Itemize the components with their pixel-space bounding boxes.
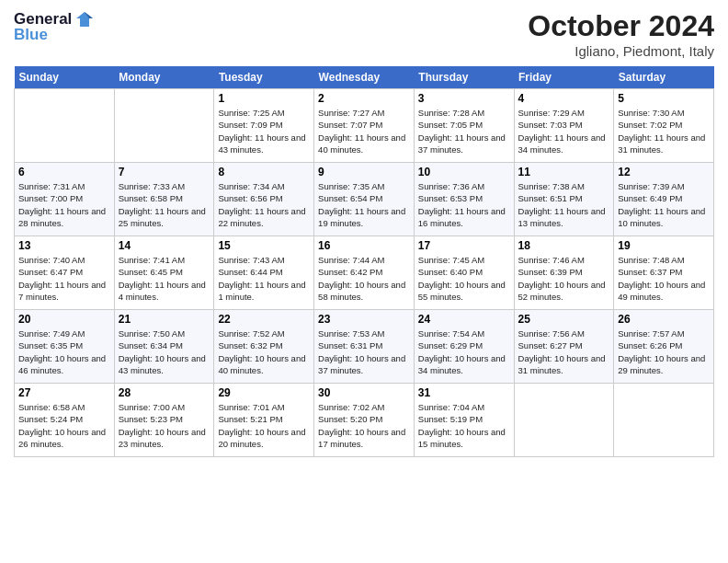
sunrise-text: Sunrise: 7:56 AM — [518, 328, 585, 339]
sunset-text: Sunset: 7:09 PM — [218, 120, 282, 130]
table-row: 26 Sunrise: 7:57 AM Sunset: 6:26 PM Dayl… — [614, 310, 714, 384]
day-info: Sunrise: 7:50 AM Sunset: 6:34 PM Dayligh… — [119, 327, 210, 376]
sunset-text: Sunset: 7:03 PM — [518, 120, 583, 130]
sunset-text: Sunset: 6:42 PM — [318, 267, 382, 277]
sunset-text: Sunset: 5:24 PM — [18, 414, 83, 424]
sunset-text: Sunset: 6:51 PM — [518, 193, 583, 203]
day-number: 1 — [218, 92, 310, 105]
day-info: Sunrise: 7:29 AM Sunset: 7:03 PM Dayligh… — [518, 107, 610, 155]
daylight-text: Daylight: 11 hours and 19 minutes. — [318, 206, 405, 228]
day-info: Sunrise: 7:28 AM Sunset: 7:05 PM Dayligh… — [418, 107, 510, 155]
day-number: 3 — [418, 92, 510, 105]
day-number: 8 — [218, 166, 310, 178]
col-wednesday: Wednesday — [314, 66, 415, 89]
col-monday: Monday — [114, 66, 214, 89]
day-number: 21 — [119, 313, 210, 326]
table-row: 20 Sunrise: 7:49 AM Sunset: 6:35 PM Dayl… — [15, 310, 115, 384]
sunrise-text: Sunrise: 7:30 AM — [618, 108, 684, 118]
table-row: 19 Sunrise: 7:48 AM Sunset: 6:37 PM Dayl… — [614, 236, 714, 310]
daylight-text: Daylight: 10 hours and 55 minutes. — [418, 280, 506, 302]
sunset-text: Sunset: 6:27 PM — [518, 340, 583, 350]
logo: General Blue — [14, 9, 95, 44]
table-row — [15, 89, 115, 163]
sunrise-text: Sunrise: 7:46 AM — [518, 255, 585, 265]
day-info: Sunrise: 7:49 AM Sunset: 6:35 PM Dayligh… — [18, 327, 110, 376]
table-row: 17 Sunrise: 7:45 AM Sunset: 6:40 PM Dayl… — [414, 236, 514, 310]
sunrise-text: Sunrise: 7:41 AM — [119, 255, 185, 265]
table-row: 22 Sunrise: 7:52 AM Sunset: 6:32 PM Dayl… — [214, 310, 314, 384]
daylight-text: Daylight: 11 hours and 4 minutes. — [119, 280, 206, 302]
day-info: Sunrise: 6:58 AM Sunset: 5:24 PM Dayligh… — [18, 401, 110, 450]
sunset-text: Sunset: 7:05 PM — [418, 120, 483, 130]
day-info: Sunrise: 7:52 AM Sunset: 6:32 PM Dayligh… — [218, 327, 310, 376]
day-number: 28 — [119, 386, 210, 399]
day-number: 30 — [318, 386, 410, 399]
daylight-text: Daylight: 10 hours and 49 minutes. — [618, 280, 705, 302]
table-row: 31 Sunrise: 7:04 AM Sunset: 5:19 PM Dayl… — [414, 384, 514, 457]
month-title: October 2024 — [528, 9, 714, 43]
day-number: 22 — [218, 313, 310, 326]
day-number: 13 — [18, 239, 110, 252]
day-number: 14 — [119, 239, 210, 252]
sunrise-text: Sunrise: 7:34 AM — [218, 181, 284, 191]
table-row: 23 Sunrise: 7:53 AM Sunset: 6:31 PM Dayl… — [314, 310, 415, 384]
table-row: 8 Sunrise: 7:34 AM Sunset: 6:56 PM Dayli… — [214, 163, 314, 236]
sunrise-text: Sunrise: 7:38 AM — [518, 181, 585, 191]
sunset-text: Sunset: 6:45 PM — [119, 267, 183, 277]
page-container: General Blue October 2024 Igliano, Piedm… — [0, 0, 728, 466]
day-number: 10 — [418, 166, 510, 178]
sunset-text: Sunset: 6:26 PM — [618, 340, 682, 350]
day-info: Sunrise: 7:01 AM Sunset: 5:21 PM Dayligh… — [218, 401, 310, 450]
day-info: Sunrise: 7:00 AM Sunset: 5:23 PM Dayligh… — [119, 401, 210, 450]
day-info: Sunrise: 7:35 AM Sunset: 6:54 PM Dayligh… — [318, 180, 410, 229]
sunset-text: Sunset: 6:34 PM — [119, 340, 183, 350]
sunset-text: Sunset: 7:00 PM — [18, 193, 83, 203]
daylight-text: Daylight: 11 hours and 10 minutes. — [618, 206, 705, 228]
sunrise-text: Sunrise: 7:04 AM — [418, 402, 484, 412]
sunrise-text: Sunrise: 7:48 AM — [618, 255, 684, 265]
col-sunday: Sunday — [15, 66, 115, 89]
sunset-text: Sunset: 6:37 PM — [618, 267, 682, 277]
day-number: 18 — [518, 239, 610, 252]
sunrise-text: Sunrise: 7:49 AM — [18, 328, 85, 339]
table-row: 11 Sunrise: 7:38 AM Sunset: 6:51 PM Dayl… — [514, 163, 614, 236]
logo-bird-icon — [74, 9, 95, 29]
calendar-header-row: Sunday Monday Tuesday Wednesday Thursday… — [15, 66, 714, 89]
day-info: Sunrise: 7:38 AM Sunset: 6:51 PM Dayligh… — [518, 180, 610, 229]
sunset-text: Sunset: 5:20 PM — [318, 414, 382, 424]
day-info: Sunrise: 7:36 AM Sunset: 6:53 PM Dayligh… — [418, 180, 510, 229]
sunrise-text: Sunrise: 7:57 AM — [618, 328, 684, 339]
sunrise-text: Sunrise: 7:54 AM — [418, 328, 484, 339]
day-number: 12 — [618, 166, 710, 178]
sunrise-text: Sunrise: 6:58 AM — [18, 402, 85, 412]
day-info: Sunrise: 7:33 AM Sunset: 6:58 PM Dayligh… — [119, 180, 210, 229]
day-number: 2 — [318, 92, 410, 105]
daylight-text: Daylight: 10 hours and 34 minutes. — [418, 353, 506, 375]
sunrise-text: Sunrise: 7:31 AM — [18, 181, 85, 191]
daylight-text: Daylight: 10 hours and 58 minutes. — [318, 280, 405, 302]
daylight-text: Daylight: 11 hours and 40 minutes. — [318, 132, 405, 155]
day-number: 16 — [318, 239, 410, 252]
day-info: Sunrise: 7:56 AM Sunset: 6:27 PM Dayligh… — [518, 327, 610, 376]
table-row: 6 Sunrise: 7:31 AM Sunset: 7:00 PM Dayli… — [15, 163, 115, 236]
location: Igliano, Piedmont, Italy — [528, 43, 714, 59]
day-info: Sunrise: 7:53 AM Sunset: 6:31 PM Dayligh… — [318, 327, 410, 376]
sunrise-text: Sunrise: 7:25 AM — [218, 108, 284, 118]
day-number: 6 — [18, 166, 110, 178]
table-row: 10 Sunrise: 7:36 AM Sunset: 6:53 PM Dayl… — [414, 163, 514, 236]
sunrise-text: Sunrise: 7:28 AM — [418, 108, 484, 118]
day-number: 23 — [318, 313, 410, 326]
sunset-text: Sunset: 6:53 PM — [418, 193, 483, 203]
day-number: 11 — [518, 166, 610, 178]
daylight-text: Daylight: 11 hours and 25 minutes. — [119, 206, 206, 228]
day-info: Sunrise: 7:44 AM Sunset: 6:42 PM Dayligh… — [318, 254, 410, 303]
table-row: 9 Sunrise: 7:35 AM Sunset: 6:54 PM Dayli… — [314, 163, 415, 236]
daylight-text: Daylight: 11 hours and 34 minutes. — [518, 132, 606, 155]
calendar-week-row: 20 Sunrise: 7:49 AM Sunset: 6:35 PM Dayl… — [15, 310, 714, 384]
day-info: Sunrise: 7:04 AM Sunset: 5:19 PM Dayligh… — [418, 401, 510, 450]
sunset-text: Sunset: 6:47 PM — [18, 267, 83, 277]
daylight-text: Daylight: 11 hours and 7 minutes. — [18, 280, 106, 302]
daylight-text: Daylight: 11 hours and 1 minute. — [218, 280, 305, 302]
daylight-text: Daylight: 10 hours and 52 minutes. — [518, 280, 606, 302]
daylight-text: Daylight: 10 hours and 43 minutes. — [119, 353, 206, 375]
